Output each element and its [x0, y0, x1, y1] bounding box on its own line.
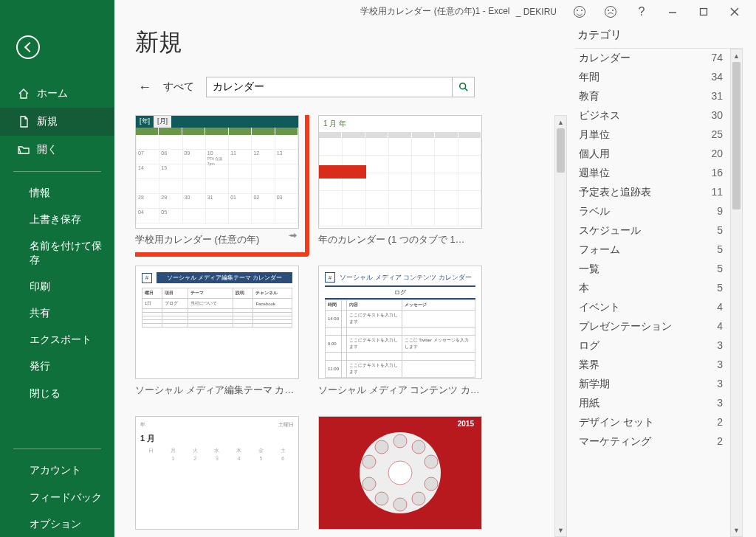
category-item[interactable]: 週単位16	[574, 164, 730, 183]
nav-account[interactable]: アカウント	[0, 457, 114, 483]
category-label: 予定表と追跡表	[579, 186, 651, 199]
scrollbar-thumb[interactable]	[557, 128, 565, 173]
nav-print[interactable]: 印刷	[0, 273, 114, 299]
search-back-button[interactable]: ←	[135, 80, 154, 95]
category-count: 3	[717, 378, 723, 391]
search-input[interactable]	[207, 77, 452, 97]
category-item[interactable]: イベント4	[574, 298, 730, 317]
main-area: 学校用カレンダー (任意の年)1 - Excel _ DEKIRU ? 新規 ←…	[114, 0, 756, 537]
nav-save-as[interactable]: 名前を付けて保存	[0, 232, 114, 272]
category-list: カレンダー74年間34教育31ビジネス30月単位25個人用20週単位16予定表と…	[574, 49, 730, 537]
category-item[interactable]: 月単位25	[574, 125, 730, 145]
category-item[interactable]: カレンダー74	[574, 49, 730, 68]
scroll-up-button[interactable]: ▲	[731, 49, 742, 62]
scroll-down-button[interactable]: ▼	[555, 524, 566, 536]
category-item[interactable]: ラベル9	[574, 202, 730, 221]
category-item[interactable]: ビジネス30	[574, 106, 730, 125]
back-button[interactable]	[16, 35, 40, 59]
category-item[interactable]: フォーム5	[574, 240, 730, 260]
nav-close[interactable]: 閉じる	[0, 380, 114, 406]
search-button[interactable]	[452, 77, 474, 97]
template-label: ソーシャル メディア編集テーマ カレ…	[135, 384, 299, 397]
search-box	[206, 77, 475, 97]
category-item[interactable]: 業界3	[574, 356, 730, 375]
help-button[interactable]: ?	[626, 1, 657, 22]
category-item[interactable]: デザイン セット2	[574, 413, 730, 432]
category-label: 個人用	[579, 148, 610, 161]
template-item[interactable]: [年][月] 07080910PTA 会議 7pm111213 1415 282…	[135, 115, 299, 246]
template-item[interactable]: 2015	[318, 416, 482, 530]
category-label: ビジネス	[579, 109, 620, 122]
titlebar: 学校用カレンダー (任意の年)1 - Excel _ DEKIRU ?	[114, 0, 756, 24]
close-button[interactable]	[719, 1, 750, 22]
pin-icon[interactable]	[289, 232, 299, 244]
category-count: 25	[711, 128, 723, 142]
category-count: 20	[711, 148, 723, 161]
nav-options[interactable]: オプション	[0, 510, 114, 537]
category-count: 3	[717, 339, 723, 353]
backstage-sidebar: ホーム 新規 開く 情報 上書き保存 名前を付けて保存 印刷 共有 エクスポート…	[0, 0, 114, 537]
category-count: 5	[717, 282, 723, 295]
scrollbar-track[interactable]	[731, 62, 742, 524]
feedback-sad-button[interactable]	[595, 1, 626, 22]
category-scrollbar[interactable]: ▲ ▼	[730, 49, 743, 537]
nav-new[interactable]: 新規	[0, 108, 114, 136]
category-item[interactable]: 教育31	[574, 87, 730, 106]
page-title: 新規	[135, 27, 567, 59]
gallery-scrollbar[interactable]: ▲ ▼	[554, 115, 567, 537]
template-thumbnail: 1 月 年	[318, 115, 482, 229]
filter-all-label[interactable]: すべて	[163, 80, 194, 94]
category-label: カレンダー	[579, 52, 630, 65]
svg-point-14	[362, 455, 376, 468]
category-label: ログ	[579, 339, 599, 353]
feedback-happy-button[interactable]	[564, 1, 595, 22]
nav-save[interactable]: 上書き保存	[0, 206, 114, 232]
svg-point-16	[388, 461, 412, 485]
category-item[interactable]: 一覧5	[574, 260, 730, 279]
category-item[interactable]: 個人用20	[574, 145, 730, 164]
user-name: _ DEKIRU	[516, 7, 557, 17]
template-item[interactable]: 1 月 年	[318, 115, 482, 246]
nav-open-label: 開く	[37, 143, 58, 156]
svg-point-13	[362, 477, 376, 491]
template-item[interactable]: #ソーシャル メディア コンテンツ カレンダー ログ 時間内容メッセージ 14:…	[318, 266, 482, 397]
minimize-button[interactable]	[657, 1, 688, 22]
nav-publish[interactable]: 発行	[0, 353, 114, 379]
nav-home[interactable]: ホーム	[0, 80, 114, 108]
category-item[interactable]: 新学期3	[574, 375, 730, 394]
nav-export[interactable]: エクスポート	[0, 326, 114, 353]
category-item[interactable]: スケジュール5	[574, 221, 730, 240]
scroll-down-button[interactable]: ▼	[731, 524, 742, 536]
category-item[interactable]: 予定表と追跡表11	[574, 183, 730, 202]
nav-info[interactable]: 情報	[0, 179, 114, 206]
search-icon	[458, 82, 469, 92]
nav-open[interactable]: 開く	[0, 136, 114, 164]
category-label: ラベル	[579, 205, 610, 218]
template-item[interactable]: #ソーシャル メディア編集テーマ カレンダー 曜日項目テーマ説明チャンネル 1日…	[135, 266, 299, 397]
category-item[interactable]: ログ3	[574, 336, 730, 356]
template-item[interactable]: 年土曜日 1 月 日月火水木金土 123456	[135, 416, 299, 530]
template-thumbnail: #ソーシャル メディア コンテンツ カレンダー ログ 時間内容メッセージ 14:…	[318, 266, 482, 379]
scroll-up-button[interactable]: ▲	[555, 116, 566, 128]
nav-new-label: 新規	[37, 115, 58, 128]
maximize-button[interactable]	[688, 1, 719, 22]
scrollbar-thumb[interactable]	[732, 62, 740, 209]
window-title: 学校用カレンダー (任意の年)1 - Excel	[360, 5, 509, 18]
category-count: 5	[717, 224, 723, 238]
scrollbar-track[interactable]	[555, 128, 566, 524]
category-count: 3	[717, 397, 723, 410]
category-item[interactable]: 用紙3	[574, 394, 730, 413]
category-item[interactable]: 年間34	[574, 68, 730, 87]
category-count: 30	[711, 109, 723, 122]
nav-feedback[interactable]: フィードバック	[0, 484, 114, 510]
category-label: デザイン セット	[579, 416, 654, 429]
svg-point-9	[425, 477, 438, 491]
category-count: 9	[717, 205, 723, 218]
category-item[interactable]: 本5	[574, 279, 730, 298]
nav-share[interactable]: 共有	[0, 299, 114, 326]
category-item[interactable]: プレゼンテーション4	[574, 317, 730, 336]
document-icon	[18, 116, 30, 128]
category-item[interactable]: マーケティング2	[574, 432, 730, 451]
template-label: 学校用カレンダー (任意の年)	[135, 233, 259, 246]
category-panel: カテゴリ カレンダー74年間34教育31ビジネス30月単位25個人用20週単位1…	[574, 24, 743, 537]
